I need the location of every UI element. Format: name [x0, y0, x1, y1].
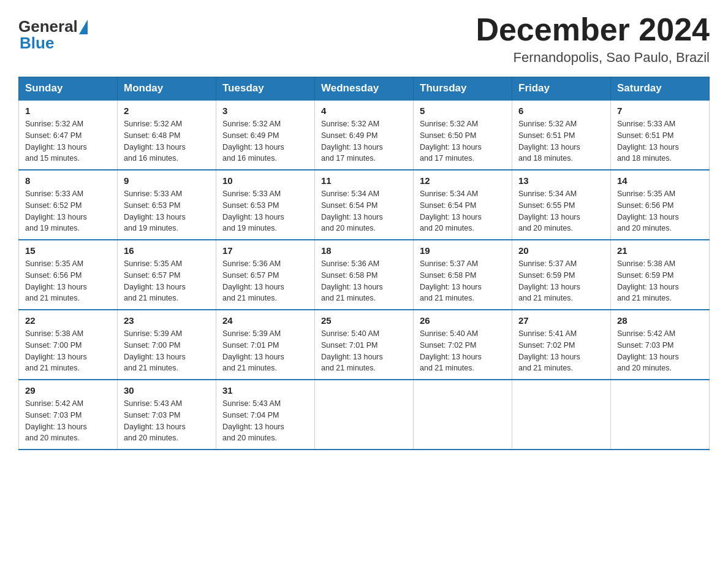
- day-info: Sunrise: 5:43 AMSunset: 7:04 PMDaylight:…: [222, 398, 308, 444]
- calendar-cell: 6Sunrise: 5:32 AMSunset: 6:51 PMDaylight…: [512, 100, 611, 170]
- calendar-cell: 17Sunrise: 5:36 AMSunset: 6:57 PMDayligh…: [216, 240, 315, 310]
- day-info: Sunrise: 5:43 AMSunset: 7:03 PMDaylight:…: [124, 398, 210, 444]
- calendar-cell: 22Sunrise: 5:38 AMSunset: 7:00 PMDayligh…: [19, 310, 118, 380]
- day-number: 23: [124, 315, 210, 326]
- calendar-cell: 16Sunrise: 5:35 AMSunset: 6:57 PMDayligh…: [118, 240, 216, 310]
- day-info: Sunrise: 5:42 AMSunset: 7:03 PMDaylight:…: [25, 398, 111, 444]
- day-info: Sunrise: 5:32 AMSunset: 6:49 PMDaylight:…: [222, 118, 308, 164]
- calendar-cell: [414, 380, 512, 450]
- calendar-cell: 27Sunrise: 5:41 AMSunset: 7:02 PMDayligh…: [512, 310, 611, 380]
- calendar-cell: 29Sunrise: 5:42 AMSunset: 7:03 PMDayligh…: [19, 380, 118, 450]
- calendar-week-row: 22Sunrise: 5:38 AMSunset: 7:00 PMDayligh…: [19, 310, 710, 380]
- day-number: 24: [222, 315, 308, 326]
- calendar-cell: 2Sunrise: 5:32 AMSunset: 6:48 PMDaylight…: [118, 100, 216, 170]
- day-info: Sunrise: 5:32 AMSunset: 6:47 PMDaylight:…: [25, 118, 111, 164]
- header: General Blue December 2024 Fernandopolis…: [18, 12, 710, 66]
- calendar-cell: 23Sunrise: 5:39 AMSunset: 7:00 PMDayligh…: [118, 310, 216, 380]
- title-area: December 2024 Fernandopolis, Sao Paulo, …: [476, 12, 710, 66]
- calendar-cell: 9Sunrise: 5:33 AMSunset: 6:53 PMDaylight…: [118, 170, 216, 240]
- day-info: Sunrise: 5:32 AMSunset: 6:50 PMDaylight:…: [420, 118, 506, 164]
- day-number: 3: [222, 105, 308, 116]
- calendar-cell: 11Sunrise: 5:34 AMSunset: 6:54 PMDayligh…: [315, 170, 414, 240]
- day-number: 2: [124, 105, 210, 116]
- day-number: 4: [321, 105, 407, 116]
- day-number: 15: [25, 245, 111, 256]
- calendar-cell: 18Sunrise: 5:36 AMSunset: 6:58 PMDayligh…: [315, 240, 414, 310]
- month-title: December 2024: [476, 12, 710, 47]
- day-info: Sunrise: 5:40 AMSunset: 7:01 PMDaylight:…: [321, 328, 407, 374]
- calendar-table: SundayMondayTuesdayWednesdayThursdayFrid…: [18, 77, 710, 450]
- day-number: 16: [124, 245, 210, 256]
- header-monday: Monday: [118, 77, 216, 101]
- calendar-header-row: SundayMondayTuesdayWednesdayThursdayFrid…: [19, 77, 710, 101]
- day-info: Sunrise: 5:40 AMSunset: 7:02 PMDaylight:…: [420, 328, 506, 374]
- day-number: 1: [25, 105, 111, 116]
- calendar-week-row: 8Sunrise: 5:33 AMSunset: 6:52 PMDaylight…: [19, 170, 710, 240]
- header-wednesday: Wednesday: [315, 77, 414, 101]
- logo-triangle-icon: [79, 20, 88, 34]
- day-number: 28: [617, 315, 703, 326]
- day-info: Sunrise: 5:34 AMSunset: 6:54 PMDaylight:…: [321, 188, 407, 234]
- day-number: 22: [25, 315, 111, 326]
- day-info: Sunrise: 5:42 AMSunset: 7:03 PMDaylight:…: [617, 328, 703, 374]
- calendar-cell: 26Sunrise: 5:40 AMSunset: 7:02 PMDayligh…: [414, 310, 512, 380]
- day-number: 30: [124, 385, 210, 396]
- calendar-cell: 28Sunrise: 5:42 AMSunset: 7:03 PMDayligh…: [611, 310, 710, 380]
- day-info: Sunrise: 5:35 AMSunset: 6:57 PMDaylight:…: [124, 258, 210, 304]
- day-number: 27: [518, 315, 604, 326]
- day-info: Sunrise: 5:41 AMSunset: 7:02 PMDaylight:…: [518, 328, 604, 374]
- day-number: 25: [321, 315, 407, 326]
- day-number: 9: [124, 175, 210, 186]
- calendar-cell: 7Sunrise: 5:33 AMSunset: 6:51 PMDaylight…: [611, 100, 710, 170]
- day-info: Sunrise: 5:37 AMSunset: 6:58 PMDaylight:…: [420, 258, 506, 304]
- day-number: 20: [518, 245, 604, 256]
- day-number: 8: [25, 175, 111, 186]
- day-info: Sunrise: 5:39 AMSunset: 7:01 PMDaylight:…: [222, 328, 308, 374]
- day-number: 21: [617, 245, 703, 256]
- calendar-cell: 10Sunrise: 5:33 AMSunset: 6:53 PMDayligh…: [216, 170, 315, 240]
- day-info: Sunrise: 5:36 AMSunset: 6:58 PMDaylight:…: [321, 258, 407, 304]
- logo-blue-text: Blue: [20, 34, 54, 52]
- calendar-cell: 1Sunrise: 5:32 AMSunset: 6:47 PMDaylight…: [19, 100, 118, 170]
- day-info: Sunrise: 5:35 AMSunset: 6:56 PMDaylight:…: [25, 258, 111, 304]
- day-number: 6: [518, 105, 604, 116]
- day-info: Sunrise: 5:33 AMSunset: 6:51 PMDaylight:…: [617, 118, 703, 164]
- day-number: 18: [321, 245, 407, 256]
- day-info: Sunrise: 5:34 AMSunset: 6:54 PMDaylight:…: [420, 188, 506, 234]
- calendar-cell: 13Sunrise: 5:34 AMSunset: 6:55 PMDayligh…: [512, 170, 611, 240]
- day-number: 5: [420, 105, 506, 116]
- day-number: 7: [617, 105, 703, 116]
- day-info: Sunrise: 5:32 AMSunset: 6:48 PMDaylight:…: [124, 118, 210, 164]
- calendar-cell: [611, 380, 710, 450]
- header-thursday: Thursday: [414, 77, 512, 101]
- day-info: Sunrise: 5:39 AMSunset: 7:00 PMDaylight:…: [124, 328, 210, 374]
- calendar-cell: 31Sunrise: 5:43 AMSunset: 7:04 PMDayligh…: [216, 380, 315, 450]
- day-number: 14: [617, 175, 703, 186]
- calendar-cell: 20Sunrise: 5:37 AMSunset: 6:59 PMDayligh…: [512, 240, 611, 310]
- header-saturday: Saturday: [611, 77, 710, 101]
- day-info: Sunrise: 5:33 AMSunset: 6:53 PMDaylight:…: [222, 188, 308, 234]
- calendar-cell: 19Sunrise: 5:37 AMSunset: 6:58 PMDayligh…: [414, 240, 512, 310]
- logo: General Blue: [18, 12, 89, 53]
- header-friday: Friday: [512, 77, 611, 101]
- header-sunday: Sunday: [19, 77, 118, 101]
- day-info: Sunrise: 5:36 AMSunset: 6:57 PMDaylight:…: [222, 258, 308, 304]
- calendar-cell: 5Sunrise: 5:32 AMSunset: 6:50 PMDaylight…: [414, 100, 512, 170]
- calendar-week-row: 29Sunrise: 5:42 AMSunset: 7:03 PMDayligh…: [19, 380, 710, 450]
- day-number: 10: [222, 175, 308, 186]
- calendar-cell: 12Sunrise: 5:34 AMSunset: 6:54 PMDayligh…: [414, 170, 512, 240]
- calendar-cell: 4Sunrise: 5:32 AMSunset: 6:49 PMDaylight…: [315, 100, 414, 170]
- day-info: Sunrise: 5:33 AMSunset: 6:53 PMDaylight:…: [124, 188, 210, 234]
- day-info: Sunrise: 5:37 AMSunset: 6:59 PMDaylight:…: [518, 258, 604, 304]
- calendar-week-row: 15Sunrise: 5:35 AMSunset: 6:56 PMDayligh…: [19, 240, 710, 310]
- day-number: 19: [420, 245, 506, 256]
- calendar-cell: [315, 380, 414, 450]
- day-info: Sunrise: 5:35 AMSunset: 6:56 PMDaylight:…: [617, 188, 703, 234]
- calendar-cell: 15Sunrise: 5:35 AMSunset: 6:56 PMDayligh…: [19, 240, 118, 310]
- calendar-cell: 25Sunrise: 5:40 AMSunset: 7:01 PMDayligh…: [315, 310, 414, 380]
- calendar-cell: [512, 380, 611, 450]
- day-info: Sunrise: 5:33 AMSunset: 6:52 PMDaylight:…: [25, 188, 111, 234]
- day-number: 29: [25, 385, 111, 396]
- day-number: 26: [420, 315, 506, 326]
- day-number: 12: [420, 175, 506, 186]
